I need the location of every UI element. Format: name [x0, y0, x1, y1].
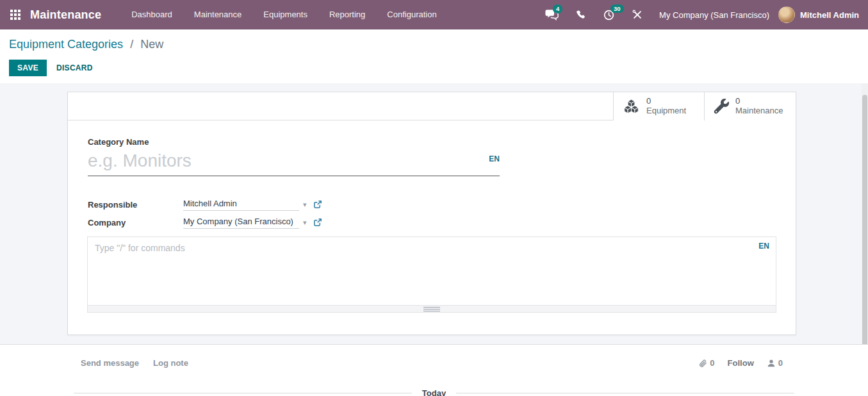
systray: 4 30 My Company (: [537, 6, 862, 23]
nav-item-reporting[interactable]: Reporting: [318, 0, 376, 29]
nav-item-maintenance[interactable]: Maintenance: [183, 0, 252, 29]
responsible-row: Responsible Mitchell Admin ▾: [88, 195, 796, 213]
category-name-field: EN: [88, 148, 500, 176]
resize-grip-icon: [423, 307, 440, 311]
company-switcher[interactable]: My Company (San Francisco): [659, 10, 769, 20]
messages-icon[interactable]: 4: [545, 9, 559, 21]
apps-grid-icon[interactable]: [10, 10, 20, 20]
company-dropdown-caret-icon[interactable]: ▾: [303, 219, 307, 227]
follow-button[interactable]: Follow: [728, 358, 754, 368]
breadcrumb-separator: /: [130, 38, 133, 51]
stat-buttons: 0 Equipment 0 Maintenance: [613, 92, 796, 120]
category-name-input[interactable]: [88, 148, 500, 176]
content-area: 0 Equipment 0 Maintenance: [0, 83, 868, 344]
cubes-icon: [623, 98, 640, 115]
phone-icon[interactable]: [575, 10, 586, 21]
today-divider: Today: [74, 388, 794, 396]
control-panel: Equipment Categories / New SAVE DISCARD: [0, 29, 868, 83]
wrench-icon: [714, 99, 729, 114]
responsible-input[interactable]: Mitchell Admin: [183, 199, 299, 211]
equipment-stat-label: Equipment: [646, 106, 686, 116]
language-tag-notes[interactable]: EN: [758, 242, 769, 251]
notes-textarea[interactable]: [87, 236, 776, 306]
top-navbar: Maintenance Dashboard Maintenance Equipm…: [0, 0, 868, 29]
tools-icon[interactable]: [632, 9, 643, 21]
maintenance-count: 0: [735, 97, 783, 106]
maintenance-stat-button[interactable]: 0 Maintenance: [704, 92, 796, 120]
user-name: Mitchell Admin: [800, 10, 859, 20]
sheet-header: 0 Equipment 0 Maintenance: [68, 92, 796, 120]
breadcrumb-parent-link[interactable]: Equipment Categories: [9, 38, 123, 51]
form-sheet: 0 Equipment 0 Maintenance: [67, 92, 796, 335]
nav-item-configuration[interactable]: Configuration: [376, 0, 447, 29]
chatter: Send message Log note 0 Follow 0 Today: [0, 344, 868, 396]
maintenance-app-window: Maintenance Dashboard Maintenance Equipm…: [0, 0, 868, 396]
send-message-button[interactable]: Send message: [81, 358, 139, 368]
field-rows: Responsible Mitchell Admin ▾ Compan: [88, 195, 796, 231]
user-menu[interactable]: Mitchell Admin: [778, 6, 859, 23]
nav-item-equipments[interactable]: Equipments: [252, 0, 318, 29]
breadcrumb-current: New: [140, 38, 163, 51]
company-label: Company: [88, 218, 183, 227]
breadcrumb: Equipment Categories / New: [9, 38, 163, 51]
company-external-link-icon[interactable]: [313, 218, 322, 227]
chatter-topbar: Send message Log note: [81, 358, 202, 368]
divider-line-right: [456, 393, 794, 393]
notes-field: EN: [87, 236, 776, 313]
followers-button[interactable]: 0: [767, 358, 783, 368]
scrollbar-thumb[interactable]: [862, 95, 867, 364]
messages-count-badge: 4: [553, 4, 562, 13]
divider-line-left: [74, 393, 412, 393]
log-note-button[interactable]: Log note: [153, 358, 188, 368]
category-name-label: Category Name: [88, 137, 796, 147]
responsible-label: Responsible: [88, 200, 183, 210]
activities-count-badge: 30: [610, 4, 624, 13]
discard-button[interactable]: DISCARD: [56, 63, 93, 72]
form-body: Category Name EN Responsible Mitchell Ad…: [68, 137, 796, 313]
nav-item-dashboard[interactable]: Dashboard: [120, 0, 183, 29]
divider-date-label: Today: [412, 388, 456, 396]
activities-clock-icon[interactable]: 30: [603, 9, 615, 21]
followers-count: 0: [778, 358, 783, 368]
person-icon: [767, 359, 776, 368]
form-action-buttons: SAVE DISCARD: [9, 60, 93, 76]
attachments-button[interactable]: 0: [698, 358, 714, 368]
maintenance-stat-label: Maintenance: [735, 106, 783, 116]
app-title[interactable]: Maintenance: [30, 8, 101, 22]
main-menu: Dashboard Maintenance Equipments Reporti…: [120, 0, 447, 29]
save-button[interactable]: SAVE: [9, 60, 47, 76]
user-avatar: [778, 6, 795, 23]
responsible-external-link-icon[interactable]: [313, 200, 322, 209]
chatter-right-tools: 0 Follow 0: [698, 358, 783, 368]
company-input[interactable]: My Company (San Francisco): [183, 217, 299, 229]
attachments-count: 0: [710, 358, 714, 368]
equipment-stat-button[interactable]: 0 Equipment: [613, 92, 704, 120]
notes-resize-handle[interactable]: [87, 306, 776, 313]
equipment-count: 0: [646, 97, 686, 106]
paperclip-icon: [698, 359, 707, 368]
responsible-dropdown-caret-icon[interactable]: ▾: [303, 201, 307, 209]
language-tag-category[interactable]: EN: [489, 154, 500, 163]
company-row: Company My Company (San Francisco) ▾: [88, 213, 796, 231]
